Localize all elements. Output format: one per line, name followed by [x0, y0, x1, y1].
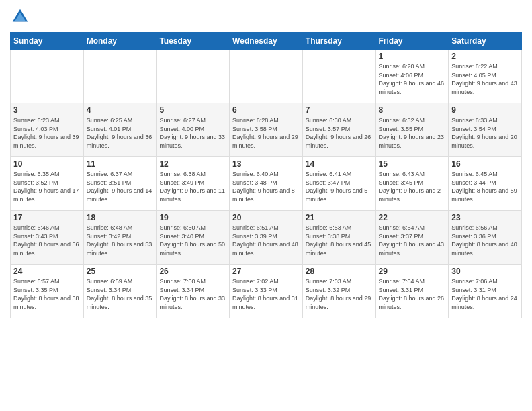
calendar-cell-4 — [302, 50, 375, 103]
day-info: Sunrise: 6:28 AMSunset: 3:58 PMDaylight:… — [232, 116, 300, 150]
day-number: 4 — [87, 105, 154, 115]
header — [10, 7, 522, 27]
day-number: 10 — [13, 159, 81, 169]
calendar-header-thursday: Thursday — [302, 33, 375, 50]
day-info: Sunrise: 6:45 AMSunset: 3:44 PMDaylight:… — [451, 170, 519, 203]
calendar-week-1: 3Sunrise: 6:23 AMSunset: 4:03 PMDaylight… — [11, 103, 522, 157]
logo — [10, 7, 33, 27]
calendar-header-saturday: Saturday — [449, 33, 522, 50]
day-number: 9 — [451, 105, 519, 115]
calendar-cell-1 — [83, 50, 157, 103]
day-info: Sunrise: 7:03 AMSunset: 3:32 PMDaylight:… — [306, 277, 373, 311]
day-info: Sunrise: 6:46 AMSunset: 3:43 PMDaylight:… — [13, 224, 81, 257]
day-number: 1 — [379, 52, 446, 61]
logo-icon — [10, 7, 30, 27]
calendar-cell-29: 25Sunrise: 6:59 AMSunset: 3:34 PMDayligh… — [83, 265, 157, 318]
calendar-cell-14: 10Sunrise: 6:35 AMSunset: 3:52 PMDayligh… — [11, 157, 84, 211]
day-info: Sunrise: 6:51 AMSunset: 3:39 PMDaylight:… — [232, 224, 300, 257]
calendar-cell-20: 16Sunrise: 6:45 AMSunset: 3:44 PMDayligh… — [449, 157, 522, 211]
calendar-header-wednesday: Wednesday — [230, 33, 303, 50]
day-info: Sunrise: 6:40 AMSunset: 3:48 PMDaylight:… — [232, 170, 300, 203]
day-number: 7 — [306, 105, 373, 115]
calendar-cell-30: 26Sunrise: 7:00 AMSunset: 3:34 PMDayligh… — [157, 265, 230, 318]
day-number: 19 — [159, 213, 226, 222]
day-info: Sunrise: 6:27 AMSunset: 4:00 PMDaylight:… — [159, 116, 226, 150]
calendar-cell-31: 27Sunrise: 7:02 AMSunset: 3:33 PMDayligh… — [230, 265, 303, 318]
day-info: Sunrise: 6:22 AMSunset: 4:05 PMDaylight:… — [451, 62, 519, 96]
calendar-header-tuesday: Tuesday — [157, 33, 230, 50]
day-number: 12 — [159, 159, 226, 169]
calendar-week-0: 1Sunrise: 6:20 AMSunset: 4:06 PMDaylight… — [11, 50, 522, 103]
calendar-cell-16: 12Sunrise: 6:38 AMSunset: 3:49 PMDayligh… — [157, 157, 230, 211]
day-info: Sunrise: 7:00 AMSunset: 3:34 PMDaylight:… — [159, 277, 226, 311]
calendar-cell-10: 6Sunrise: 6:28 AMSunset: 3:58 PMDaylight… — [230, 103, 303, 157]
day-info: Sunrise: 6:35 AMSunset: 3:52 PMDaylight:… — [13, 170, 81, 203]
calendar-cell-0 — [11, 50, 84, 103]
day-number: 29 — [379, 267, 446, 276]
calendar-cell-12: 8Sunrise: 6:32 AMSunset: 3:55 PMDaylight… — [375, 103, 449, 157]
day-info: Sunrise: 6:37 AMSunset: 3:51 PMDaylight:… — [87, 170, 154, 203]
day-info: Sunrise: 6:20 AMSunset: 4:06 PMDaylight:… — [379, 62, 446, 96]
calendar-cell-15: 11Sunrise: 6:37 AMSunset: 3:51 PMDayligh… — [83, 157, 157, 211]
day-info: Sunrise: 6:41 AMSunset: 3:47 PMDaylight:… — [306, 170, 373, 203]
calendar-cell-26: 22Sunrise: 6:54 AMSunset: 3:37 PMDayligh… — [375, 211, 449, 265]
day-info: Sunrise: 6:43 AMSunset: 3:45 PMDaylight:… — [379, 170, 446, 203]
day-number: 16 — [451, 159, 519, 169]
calendar-cell-5: 1Sunrise: 6:20 AMSunset: 4:06 PMDaylight… — [375, 50, 449, 103]
calendar-week-2: 10Sunrise: 6:35 AMSunset: 3:52 PMDayligh… — [11, 157, 522, 211]
day-number: 8 — [379, 105, 446, 115]
day-number: 25 — [87, 267, 154, 276]
day-info: Sunrise: 6:32 AMSunset: 3:55 PMDaylight:… — [379, 116, 446, 150]
calendar-week-3: 17Sunrise: 6:46 AMSunset: 3:43 PMDayligh… — [11, 211, 522, 265]
calendar-cell-19: 15Sunrise: 6:43 AMSunset: 3:45 PMDayligh… — [375, 157, 449, 211]
calendar-cell-27: 23Sunrise: 6:56 AMSunset: 3:36 PMDayligh… — [449, 211, 522, 265]
calendar-cell-2 — [157, 50, 230, 103]
day-info: Sunrise: 6:30 AMSunset: 3:57 PMDaylight:… — [306, 116, 373, 150]
day-info: Sunrise: 6:23 AMSunset: 4:03 PMDaylight:… — [13, 116, 81, 150]
calendar-cell-23: 19Sunrise: 6:50 AMSunset: 3:40 PMDayligh… — [157, 211, 230, 265]
page: SundayMondayTuesdayWednesdayThursdayFrid… — [0, 0, 532, 411]
day-info: Sunrise: 6:38 AMSunset: 3:49 PMDaylight:… — [159, 170, 226, 203]
day-number: 26 — [159, 267, 226, 276]
calendar-header-monday: Monday — [83, 33, 157, 50]
day-number: 22 — [379, 213, 446, 222]
day-number: 15 — [379, 159, 446, 169]
day-number: 11 — [87, 159, 154, 169]
calendar-cell-34: 30Sunrise: 7:06 AMSunset: 3:31 PMDayligh… — [449, 265, 522, 318]
day-number: 17 — [13, 213, 81, 222]
day-info: Sunrise: 6:33 AMSunset: 3:54 PMDaylight:… — [451, 116, 519, 150]
calendar-cell-7: 3Sunrise: 6:23 AMSunset: 4:03 PMDaylight… — [11, 103, 84, 157]
day-info: Sunrise: 7:06 AMSunset: 3:31 PMDaylight:… — [451, 277, 519, 311]
day-number: 24 — [13, 267, 81, 276]
calendar-header-friday: Friday — [375, 33, 449, 50]
day-number: 5 — [159, 105, 226, 115]
calendar-table: SundayMondayTuesdayWednesdayThursdayFrid… — [10, 32, 522, 318]
day-info: Sunrise: 6:53 AMSunset: 3:38 PMDaylight:… — [306, 224, 373, 257]
day-info: Sunrise: 7:04 AMSunset: 3:31 PMDaylight:… — [379, 277, 446, 311]
day-info: Sunrise: 6:56 AMSunset: 3:36 PMDaylight:… — [451, 224, 519, 257]
calendar-cell-33: 29Sunrise: 7:04 AMSunset: 3:31 PMDayligh… — [375, 265, 449, 318]
day-number: 21 — [306, 213, 373, 222]
day-number: 20 — [232, 213, 300, 222]
day-number: 14 — [306, 159, 373, 169]
calendar-cell-3 — [230, 50, 303, 103]
calendar-cell-13: 9Sunrise: 6:33 AMSunset: 3:54 PMDaylight… — [449, 103, 522, 157]
day-number: 28 — [306, 267, 373, 276]
day-number: 13 — [232, 159, 300, 169]
calendar-cell-9: 5Sunrise: 6:27 AMSunset: 4:00 PMDaylight… — [157, 103, 230, 157]
calendar-cell-11: 7Sunrise: 6:30 AMSunset: 3:57 PMDaylight… — [302, 103, 375, 157]
day-number: 27 — [232, 267, 300, 276]
day-info: Sunrise: 6:48 AMSunset: 3:42 PMDaylight:… — [87, 224, 154, 257]
day-number: 6 — [232, 105, 300, 115]
calendar-cell-24: 20Sunrise: 6:51 AMSunset: 3:39 PMDayligh… — [230, 211, 303, 265]
day-number: 3 — [13, 105, 81, 115]
calendar-header-sunday: Sunday — [11, 33, 84, 50]
calendar-cell-22: 18Sunrise: 6:48 AMSunset: 3:42 PMDayligh… — [83, 211, 157, 265]
day-info: Sunrise: 6:50 AMSunset: 3:40 PMDaylight:… — [159, 224, 226, 257]
day-number: 30 — [451, 267, 519, 276]
calendar-cell-8: 4Sunrise: 6:25 AMSunset: 4:01 PMDaylight… — [83, 103, 157, 157]
day-number: 23 — [451, 213, 519, 222]
calendar-cell-17: 13Sunrise: 6:40 AMSunset: 3:48 PMDayligh… — [230, 157, 303, 211]
day-number: 2 — [451, 52, 519, 61]
calendar-cell-6: 2Sunrise: 6:22 AMSunset: 4:05 PMDaylight… — [449, 50, 522, 103]
